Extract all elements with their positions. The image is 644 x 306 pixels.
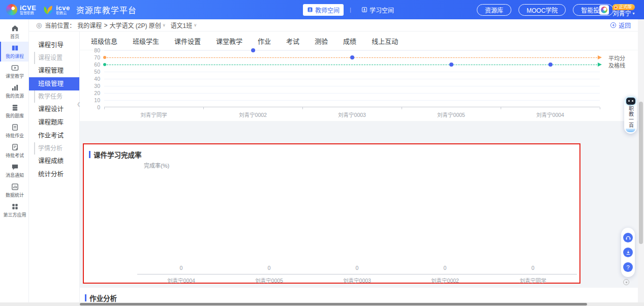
courses-icon (11, 44, 19, 52)
user-avatar[interactable] (599, 5, 609, 15)
zhijiaoyun-logo-icon (42, 4, 53, 15)
breadcrumb: ◎ 当前位置： 我的课程 > 大学语文 (2P) 原创 ∨ 语文1班 ∨ 返回 (29, 19, 638, 32)
gridline (104, 86, 600, 86)
chevron-down-icon: ∨ (194, 23, 197, 27)
teacher-space-icon (307, 7, 313, 13)
zhijiaoyun-logo-text: icve 职教云 (56, 5, 70, 15)
sidebar-item-exam[interactable]: 待批考试 (0, 141, 28, 161)
sidebar-item-courses[interactable]: 我的课程 (0, 42, 28, 62)
y-tick-label: 30 (85, 83, 100, 89)
tab-7[interactable]: 成绩 (343, 36, 356, 46)
app-window: iCVE 智慧职教 icve 职教云 资源库教学平台 教师空间|学习空间 资源库… (0, 0, 644, 306)
submenu-collapse-handle[interactable]: ❮ (77, 102, 81, 107)
ai-assistant-widget[interactable]: 职教一百 (624, 96, 637, 134)
sidebar-item-third-party[interactable]: 第三方应用 (0, 200, 28, 220)
sidebar-item-statistics[interactable]: 数据统计 (0, 180, 28, 200)
home-icon (11, 24, 19, 32)
score-scatter-chart: 01020304050607080刘青宁同学刘青宁0002刘青宁0003刘青宁0… (104, 50, 600, 107)
download-icon (625, 250, 631, 256)
tab-8[interactable]: 线上互动 (372, 36, 398, 46)
nav-teacher-space[interactable]: 教师空间 (303, 4, 344, 16)
submenu-item[interactable]: 统计分析 (29, 168, 79, 181)
x-axis-line (137, 274, 577, 274)
toolbar-collapse-button[interactable] (623, 279, 629, 285)
chevron-down-icon: ▾ (633, 12, 635, 16)
back-label: 返回 (619, 21, 631, 29)
submenu-item[interactable]: 班级管理 (29, 77, 79, 90)
tab-5[interactable]: 考试 (286, 36, 299, 46)
x-axis-tick (302, 107, 303, 109)
submenu-item[interactable]: 课程引导 (29, 39, 79, 52)
submenu-item[interactable]: 作业考试 (29, 129, 79, 142)
resources-icon (11, 84, 19, 91)
reference-dash (104, 65, 600, 65)
sidebar-item-home[interactable]: 首页 (0, 22, 28, 42)
sidebar-item-classroom[interactable]: 课堂教学 (0, 62, 28, 81)
exam-icon (11, 143, 19, 151)
reference-arrow-icon (598, 63, 602, 67)
quick-link-0[interactable]: 资源库 (477, 4, 511, 16)
third-party-icon (11, 203, 19, 210)
help-button[interactable]: ? (623, 262, 633, 272)
quick-link-1[interactable]: MOOC学院 (518, 4, 566, 16)
breadcrumb-root[interactable]: 我的课程 (77, 21, 102, 29)
sidebar-item-message[interactable]: 消息通知 (0, 161, 28, 180)
horizontal-scrollbar-track[interactable] (0, 302, 644, 306)
completion-bar-chart: 0刘青宁00040刘青宁00050刘青宁00030刘青宁00020刘青宁同学 (137, 264, 577, 285)
back-button[interactable]: 返回 (610, 21, 631, 29)
sidebar-item-question-bank[interactable]: 我的题库 (0, 101, 28, 121)
user-menu[interactable]: 刘青宁 ▾ (612, 11, 635, 17)
logo-secondary-name: icve (56, 5, 70, 11)
submenu-section-header: 学情分析 (34, 142, 79, 155)
homework-icon (11, 124, 19, 131)
tab-0[interactable]: 班级信息 (91, 36, 117, 46)
user-zone[interactable]: 正式版 刘青宁 ▾ (599, 0, 635, 19)
icve-logo-text: iCVE 智慧职教 (20, 5, 36, 15)
course-submenu: 课程引导课程设置课程管理班级管理教学任务课程设计课程题库作业考试学情分析课程成绩… (29, 32, 80, 302)
y-tick-label: 40 (85, 76, 100, 82)
x-axis-tick (600, 107, 600, 109)
submenu-item[interactable]: 课程题库 (29, 116, 79, 129)
tab-3[interactable]: 课堂教学 (216, 36, 242, 46)
course-dropdown[interactable]: 大学语文 (2P) 原创 ∨ (109, 21, 165, 29)
sidebar-item-label: 首页 (10, 33, 19, 40)
x-axis-tick (203, 107, 204, 109)
tab-6[interactable]: 测验 (315, 36, 328, 46)
bar-value-label: 0 (489, 265, 577, 271)
sidebar-item-label: 第三方应用 (3, 211, 26, 218)
x-category-label: 刘青宁0004 (501, 111, 600, 118)
submenu-item[interactable]: 课程管理 (29, 64, 79, 77)
customer-service-button[interactable] (623, 233, 633, 242)
sidebar-item-resources[interactable]: 我的资源 (0, 81, 28, 101)
vertical-scrollbar-thumb[interactable] (639, 102, 643, 244)
sidebar-item-homework[interactable]: 待批作业 (0, 121, 28, 141)
submenu-item[interactable]: 课程设计 (29, 103, 79, 116)
breadcrumb-separator: > (104, 22, 107, 29)
x-category-label: 刘青宁0002 (401, 277, 489, 284)
submenu-item[interactable]: 课程成绩 (29, 155, 79, 168)
x-category-label: 刘青宁0004 (137, 277, 225, 284)
x-category-label: 刘青宁0003 (302, 111, 402, 118)
tab-1[interactable]: 班级学生 (133, 36, 159, 46)
section-accent-bar (89, 151, 90, 158)
y-tick-label: 70 (85, 54, 100, 60)
main-content: 班级信息班级学生课件设置课堂教学作业考试测验成绩线上互动 01020304050… (80, 32, 638, 302)
gridline (104, 93, 600, 94)
download-button[interactable] (623, 248, 633, 257)
classroom-icon (11, 64, 19, 72)
y-tick-label: 50 (85, 69, 100, 75)
assistant-label: 职教一百 (628, 106, 634, 128)
homework-title-text: 作业分析 (89, 293, 117, 302)
nav-student-space[interactable]: 学习空间 (357, 4, 398, 16)
tab-4[interactable]: 作业 (258, 36, 271, 46)
tab-2[interactable]: 课件设置 (174, 36, 201, 46)
vertical-scrollbar-track[interactable] (638, 19, 644, 302)
help-icon: ? (626, 264, 629, 270)
class-dropdown[interactable]: 语文1班 ∨ (171, 21, 197, 29)
icon-sidebar: 首页我的课程课堂教学我的资源我的题库待批作业待批考试消息通知数据统计第三方应用 (0, 19, 29, 302)
app-title: 资源库教学平台 (76, 4, 137, 16)
score-chart-card: 班级信息班级学生课件设置课堂教学作业考试测验成绩线上互动 01020304050… (80, 32, 638, 121)
gridline (104, 50, 600, 51)
version-badge-label: 正式版 (619, 5, 632, 9)
horizontal-scrollbar-thumb[interactable] (80, 303, 587, 305)
